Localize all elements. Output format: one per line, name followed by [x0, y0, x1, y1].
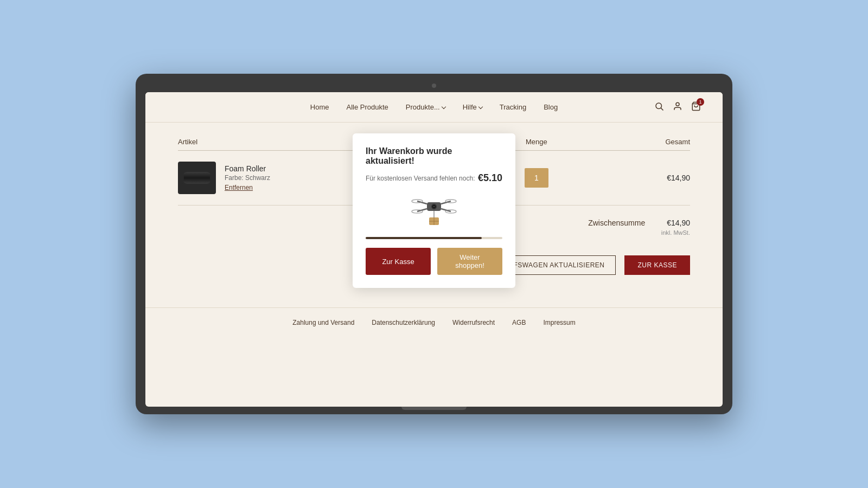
svg-point-10	[433, 206, 435, 208]
col-gesamt: Gesamt	[588, 138, 690, 146]
nav-hilfe-dropdown[interactable]: Hilfe	[463, 103, 482, 111]
svg-rect-4	[182, 172, 212, 184]
camera-dot	[432, 84, 436, 88]
summary-subtotal-row: Zwischensumme €14,90	[588, 219, 690, 227]
svg-point-18	[445, 210, 456, 213]
nav-tracking[interactable]: Tracking	[500, 103, 526, 111]
subtotal-value: €14,90	[667, 219, 690, 227]
footer-zahlung[interactable]: Zahlung und Versand	[292, 319, 354, 326]
quantity-box[interactable]: 1	[525, 168, 548, 188]
chevron-down-icon	[441, 104, 445, 108]
shipping-progress-bar	[366, 237, 502, 239]
search-button[interactable]	[654, 101, 664, 113]
item-info: Foam Roller Farbe: Schwarz Entfernen	[178, 162, 383, 194]
svg-point-0	[656, 103, 662, 109]
footer-impressum[interactable]: Impressum	[543, 319, 575, 326]
modal-checkout-button[interactable]: Zur Kasse	[366, 248, 431, 275]
svg-point-15	[412, 200, 423, 203]
laptop-base-bar	[401, 407, 467, 410]
chevron-down-icon	[478, 104, 483, 108]
main-content: Artikel Menge Gesamt	[145, 123, 723, 307]
item-details: Foam Roller Farbe: Schwarz Entfernen	[225, 164, 270, 192]
item-name: Foam Roller	[225, 164, 270, 173]
svg-point-17	[412, 210, 423, 213]
progress-bar-fill	[366, 237, 482, 239]
footer-datenschutz[interactable]: Datenschutzerklärung	[372, 319, 435, 326]
item-image	[178, 162, 216, 194]
modal-continue-button[interactable]: Weiter shoppen!	[437, 248, 502, 275]
item-variant: Farbe: Schwarz	[225, 174, 270, 182]
modal-title: Ihr Warenkorb wurde aktualisiert!	[366, 146, 502, 166]
remove-item-link[interactable]: Entfernen	[225, 184, 253, 191]
svg-line-1	[661, 108, 663, 110]
main-nav: Home Alle Produkte Produkte... Hilfe Tra…	[310, 103, 558, 111]
nav-alle-produkte[interactable]: Alle Produkte	[347, 103, 388, 111]
header-icons: 1	[654, 101, 701, 113]
laptop-frame: Home Alle Produkte Produkte... Hilfe Tra…	[136, 74, 732, 414]
nav-home[interactable]: Home	[310, 103, 329, 111]
nav-blog[interactable]: Blog	[544, 103, 558, 111]
website: Home Alle Produkte Produkte... Hilfe Tra…	[145, 92, 723, 407]
cart-badge: 1	[697, 98, 704, 106]
shipping-amount: €5.10	[478, 172, 502, 184]
shipping-text: Für kostenlosen Versand fehlen noch:	[366, 175, 475, 182]
site-header: Home Alle Produkte Produkte... Hilfe Tra…	[145, 92, 723, 123]
subtotal-label: Zwischensumme	[588, 219, 645, 227]
laptop-base	[145, 407, 723, 414]
drone-illustration	[366, 190, 502, 228]
site-footer: Zahlung und Versand Datenschutzerklärung…	[145, 307, 723, 337]
tax-note: inkl. MwSt.	[661, 229, 690, 236]
cart-button[interactable]: 1	[691, 101, 701, 113]
footer-agb[interactable]: AGB	[512, 319, 526, 326]
laptop-screen: Home Alle Produkte Produkte... Hilfe Tra…	[145, 92, 723, 407]
nav-produkte-dropdown[interactable]: Produkte...	[406, 103, 445, 111]
modal-buttons: Zur Kasse Weiter shoppen!	[366, 248, 502, 275]
checkout-button[interactable]: ZUR KASSE	[624, 255, 690, 275]
modal-shipping-row: Für kostenlosen Versand fehlen noch: €5.…	[366, 172, 502, 184]
footer-widerruf[interactable]: Widerrufsrecht	[452, 319, 495, 326]
item-total: €14,90	[588, 174, 690, 182]
account-button[interactable]	[673, 101, 682, 113]
cart-updated-modal: Ihr Warenkorb wurde aktualisiert! Für ko…	[353, 133, 515, 288]
col-artikel: Artikel	[178, 138, 383, 146]
svg-point-16	[445, 200, 456, 203]
svg-point-2	[676, 102, 679, 106]
